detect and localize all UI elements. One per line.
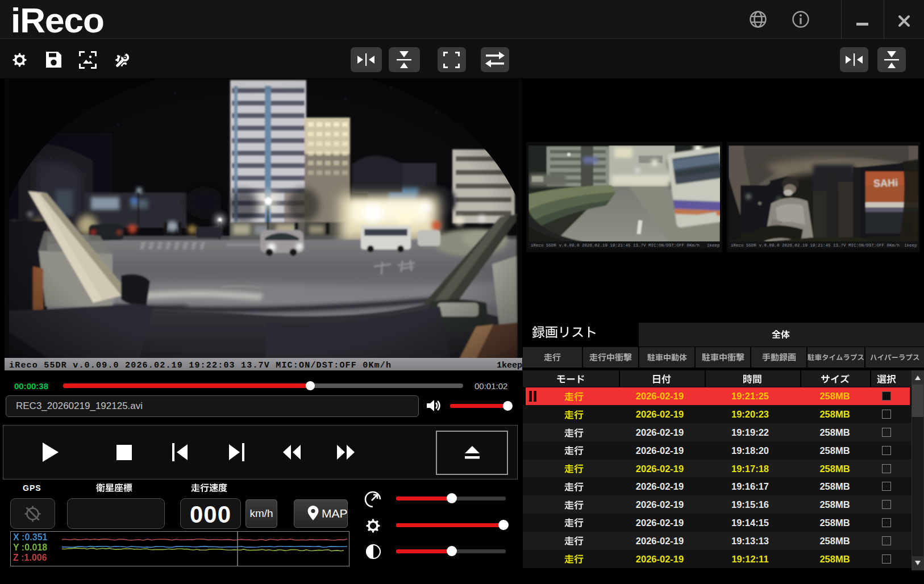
svg-text:Z :1.006: Z :1.006 [13, 553, 47, 562]
svg-text:1keep: 1keep [707, 243, 720, 248]
svg-text:iReco 55DR v.0.09.0 2026.02.19: iReco 55DR v.0.09.0 2026.02.19 19:21:45 … [531, 243, 700, 248]
svg-text:iReco 55DR v.0.09.0 2026.02.19: iReco 55DR v.0.09.0 2026.02.19 19:21:45 … [731, 243, 900, 248]
svg-text:Y :0.018: Y :0.018 [13, 543, 47, 552]
svg-text:1keep: 1keep [904, 243, 917, 248]
svg-text:X :0.351: X :0.351 [13, 532, 48, 542]
